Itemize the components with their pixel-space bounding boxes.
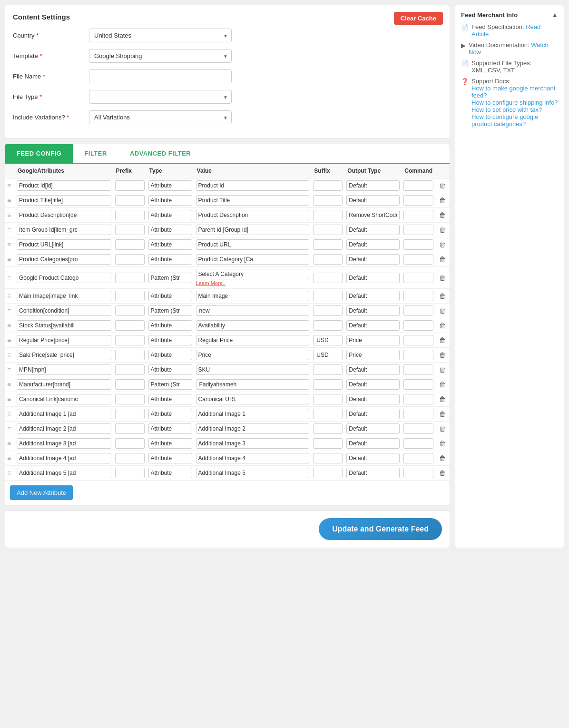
value-select[interactable]: Product URL [196,239,310,250]
delete-row-button[interactable]: 🗑 [437,424,448,433]
filetype-select[interactable] [89,90,232,104]
value-select[interactable]: Additional Image 3 [196,438,310,449]
google-attr-select[interactable]: Google Product Catego [17,273,111,283]
command-input[interactable] [403,291,433,301]
drag-handle[interactable]: ≡ [5,252,15,267]
suffix-input[interactable] [313,239,343,250]
command-input[interactable] [403,394,433,404]
country-select[interactable]: United States [89,29,232,42]
command-input[interactable] [403,438,433,449]
value-select[interactable]: Select A Category [196,269,310,279]
prefix-input[interactable] [115,210,145,220]
delete-row-button[interactable]: 🗑 [437,335,448,345]
type-select[interactable]: Attribute [148,409,192,419]
delete-row-button[interactable]: 🗑 [437,225,448,235]
template-select[interactable]: Google Shopping [89,49,232,63]
prefix-input[interactable] [115,453,145,463]
command-input[interactable] [403,335,433,345]
output-type-select[interactable]: Default [346,254,400,265]
output-type-select[interactable]: Remove ShortCodes [346,210,400,220]
suffix-input[interactable] [313,468,343,478]
collapse-button[interactable]: ▲ [551,11,558,19]
prefix-input[interactable] [115,350,145,360]
drag-handle[interactable]: ≡ [5,237,15,252]
suffix-input[interactable] [313,453,343,463]
value-select[interactable]: Canonical URL [196,394,310,404]
google-attr-select[interactable]: Additional Image 3 [ad [17,438,111,449]
type-select[interactable]: Attribute [148,180,192,191]
prefix-input[interactable] [115,305,145,316]
output-type-select[interactable]: Default [346,453,400,463]
output-type-select[interactable]: Default [346,195,400,206]
delete-row-button[interactable]: 🗑 [437,350,448,360]
drag-handle[interactable]: ≡ [5,304,15,318]
google-attr-select[interactable]: Product Title[title] [17,195,111,206]
type-select[interactable]: Attribute [148,291,192,301]
prefix-input[interactable] [115,195,145,206]
suffix-input[interactable] [313,350,343,360]
value-select[interactable]: Parent Id [Group Id] [196,225,310,235]
type-select[interactable]: Attribute [148,423,192,434]
command-input[interactable] [403,320,433,331]
prefix-input[interactable] [115,254,145,265]
value-select[interactable]: Availability [196,320,310,331]
delete-row-button[interactable]: 🗑 [437,365,448,374]
drag-handle[interactable]: ≡ [5,348,15,363]
value-select[interactable]: Product Id [196,180,310,191]
google-attr-select[interactable]: Canonical Link[canonic [17,394,111,404]
delete-row-button[interactable]: 🗑 [437,240,448,249]
type-select[interactable]: Attribute [148,210,192,220]
output-type-select[interactable]: Price [346,335,400,345]
drag-handle[interactable]: ≡ [5,407,15,422]
value-select[interactable]: Additional Image 5 [196,468,310,478]
drag-handle[interactable]: ≡ [5,318,15,333]
output-type-select[interactable]: Default [346,320,400,331]
delete-row-button[interactable]: 🗑 [437,273,448,283]
value-input[interactable] [196,379,310,390]
drag-handle[interactable]: ≡ [5,392,15,407]
tab-feed-config[interactable]: FEED CONFIG [5,144,73,163]
google-attr-select[interactable]: Additional Image 2 [ad [17,423,111,434]
suffix-input[interactable] [313,423,343,434]
drag-handle[interactable]: ≡ [5,178,15,193]
add-new-attribute-button[interactable]: Add New Attribute [10,485,73,500]
suffix-input[interactable] [313,254,343,265]
google-attr-select[interactable]: Product URL[link] [17,239,111,250]
prefix-input[interactable] [115,468,145,478]
command-input[interactable] [403,468,433,478]
drag-handle[interactable]: ≡ [5,436,15,451]
output-type-select[interactable]: Default [346,468,400,478]
suffix-input[interactable] [313,438,343,449]
command-input[interactable] [403,409,433,419]
value-select[interactable]: Main Image [196,291,310,301]
learn-more-link[interactable]: Learn More.. [196,280,226,286]
type-select[interactable]: Attribute [148,468,192,478]
google-attr-select[interactable]: Manufacturer[brand] [17,379,111,390]
type-select[interactable]: Pattern (Str [148,273,192,283]
suffix-input[interactable] [313,394,343,404]
command-input[interactable] [403,210,433,220]
drag-handle[interactable]: ≡ [5,193,15,208]
drag-handle[interactable]: ≡ [5,466,15,481]
value-select[interactable]: Product Title [196,195,310,206]
update-generate-feed-button[interactable]: Update and Generate Feed [319,518,442,540]
type-select[interactable]: Attribute [148,438,192,449]
command-input[interactable] [403,195,433,206]
suffix-input[interactable] [313,180,343,191]
delete-row-button[interactable]: 🗑 [437,409,448,419]
value-select[interactable]: SKU [196,364,310,375]
delete-row-button[interactable]: 🗑 [437,291,448,301]
value-input[interactable] [196,305,310,316]
drag-handle[interactable]: ≡ [5,289,15,304]
prefix-input[interactable] [115,291,145,301]
command-input[interactable] [403,379,433,390]
output-type-select[interactable]: Default [346,364,400,375]
type-select[interactable]: Attribute [148,364,192,375]
suffix-input[interactable] [313,335,343,345]
value-select[interactable]: Product Description [196,210,310,220]
tab-advanced-filter[interactable]: ADVANCED FILTER [118,144,202,163]
prefix-input[interactable] [115,239,145,250]
google-attr-select[interactable]: Sale Price[sale_price] [17,350,111,360]
google-attr-select[interactable]: Item Group Id[item_grc [17,225,111,235]
google-attr-select[interactable]: Regular Price[price] [17,335,111,345]
